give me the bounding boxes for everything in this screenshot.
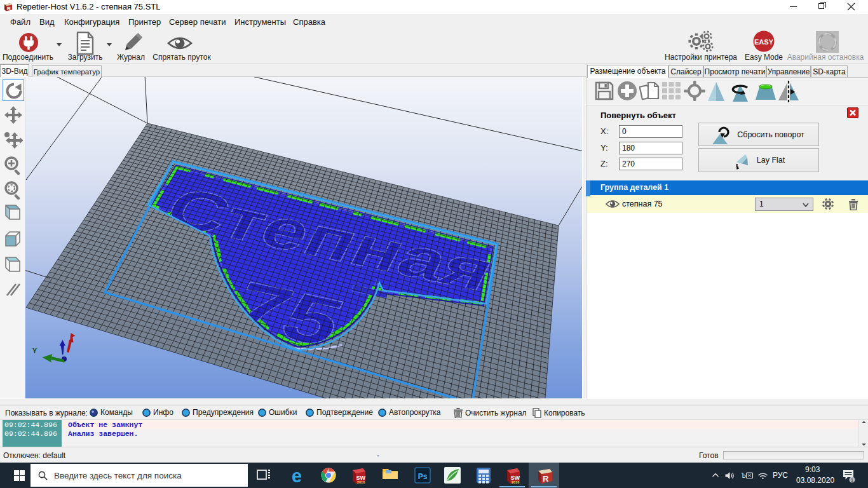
svg-text:R: R xyxy=(7,6,11,11)
svg-text:e: e xyxy=(292,467,302,484)
svg-text:EASY: EASY xyxy=(754,38,774,46)
svg-text:Ъ: Ъ xyxy=(741,472,746,479)
svg-text:2016: 2016 xyxy=(512,480,519,484)
svg-text:Ps: Ps xyxy=(418,472,428,481)
svg-text:1: 1 xyxy=(851,477,854,483)
svg-text:2016: 2016 xyxy=(357,480,365,484)
svg-text:Y: Y xyxy=(32,347,37,355)
svg-text:R: R xyxy=(543,474,549,484)
